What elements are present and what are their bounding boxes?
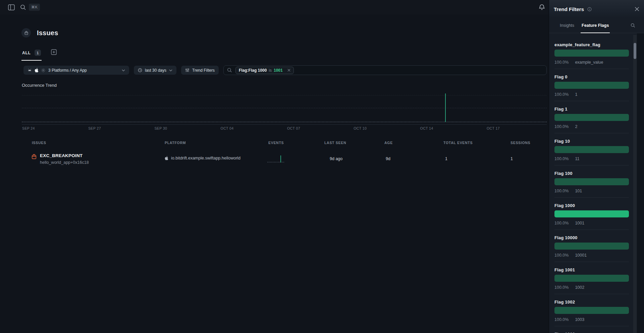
flag-percent: 100.0% (554, 92, 569, 97)
chart-x-label: OCT 17 (487, 126, 500, 130)
flag-name: Flag 0 (554, 75, 629, 79)
chart-x-label: OCT 07 (287, 126, 300, 130)
flag-bar[interactable] (554, 275, 629, 282)
add-view-button[interactable] (51, 49, 57, 55)
flag-item[interactable]: Flag 10 100.0% 11 (554, 139, 629, 165)
date-range-dropdown[interactable]: last 30 days (134, 66, 176, 75)
flag-bar[interactable] (554, 178, 629, 185)
flag-bar[interactable] (554, 243, 629, 250)
issue-name[interactable]: EXC_BREAKPOINT (40, 153, 83, 158)
notifications-bell-icon[interactable] (539, 4, 545, 11)
plus-square-icon (51, 49, 57, 55)
col-header-platform[interactable]: PLATFORM (165, 141, 186, 145)
panel-header: Trend Filters (549, 0, 644, 18)
flag-meta: 100.0% 11 (554, 157, 629, 161)
flag-name: Flag 100 (554, 171, 629, 176)
flag-item[interactable]: Flag 1001 100.0% 1002 (554, 268, 629, 294)
gear-icon (41, 68, 46, 73)
flag-value: 10001 (575, 253, 587, 258)
chart-gridline-mid (22, 108, 547, 108)
flag-name: Flag 1002 (554, 300, 629, 304)
chart-gridline-bottom (22, 122, 547, 122)
flag-bar[interactable] (554, 146, 629, 153)
flag-meta: 100.0% 1002 (554, 285, 629, 290)
trend-filters-panel: Trend Filters Insights Feature Flags exa… (549, 0, 644, 333)
trend-filters-button[interactable]: Trend Filters (181, 66, 219, 75)
filter-chip-flag-1000[interactable]: Flag:Flag 1000 is 1001 (235, 67, 294, 74)
flag-value: 2 (575, 125, 577, 129)
tab-feature-flags[interactable]: Feature Flags (582, 18, 609, 33)
flag-value: 1002 (575, 285, 584, 290)
chevron-down-icon (169, 69, 172, 71)
col-header-events[interactable]: EVENTS (268, 141, 284, 145)
panel-title: Trend Filters (554, 6, 584, 12)
info-icon[interactable] (587, 7, 592, 11)
flag-name: Flag 10 (554, 139, 629, 143)
chip-field: Flag:Flag 1000 (239, 68, 267, 73)
col-header-age[interactable]: AGE (384, 141, 393, 145)
flag-meta: 100.0% 101 (554, 189, 629, 193)
flag-bar[interactable] (554, 114, 629, 121)
panel-scrollbar[interactable] (633, 35, 637, 333)
tab-insights[interactable]: Insights (560, 18, 574, 33)
close-icon[interactable] (635, 7, 639, 11)
chip-value: 1001 (274, 68, 283, 73)
sessions-value: 1 (511, 156, 513, 161)
command-k-shortcut[interactable]: ⌘K (29, 4, 40, 11)
sliders-icon (185, 68, 190, 72)
sparkline-baseline (267, 162, 284, 162)
platforms-dropdown[interactable]: 3 Platforms / Any App (23, 66, 129, 75)
flag-meta: 100.0% 1001 (554, 221, 629, 225)
chip-operator: is (269, 68, 272, 73)
flag-bar[interactable] (554, 82, 629, 89)
flag-bar[interactable] (554, 50, 629, 57)
col-header-last-seen[interactable]: LAST SEEN (324, 141, 346, 145)
col-header-total-events[interactable]: TOTAL EVENTS (443, 141, 473, 145)
col-header-sessions[interactable]: SESSIONS (511, 141, 530, 145)
chart-gridline-top (22, 95, 547, 95)
chart-x-label: SEP 30 (154, 126, 167, 130)
flag-item[interactable]: Flag 1002 100.0% 1003 (554, 300, 629, 326)
chip-remove-icon[interactable] (287, 69, 290, 72)
flag-item[interactable]: Flag 100 100.0% 101 (554, 171, 629, 198)
page-title: Issues (37, 29, 58, 37)
flag-item[interactable]: Flag 1000 100.0% 1001 (554, 203, 629, 230)
sparkline-event-tick (280, 155, 281, 162)
flag-item[interactable]: example_feature_flag 100.0% example_valu… (554, 43, 629, 69)
crash-jar-icon (31, 154, 37, 159)
search-icon[interactable] (20, 4, 26, 10)
age-value: 9d (386, 156, 390, 161)
tab-all[interactable]: ALL 1 (21, 49, 42, 61)
flag-bar[interactable] (554, 307, 629, 314)
search-icon (227, 68, 232, 73)
flag-name: Flag 1001 (554, 268, 629, 272)
apple-icon (164, 156, 168, 160)
flag-percent: 100.0% (554, 189, 569, 193)
flag-percent: 100.0% (554, 221, 569, 225)
flag-percent: 100.0% (554, 60, 569, 65)
android-icon (28, 68, 32, 72)
chart-baseline (22, 124, 547, 125)
flag-item[interactable]: Flag 10000 100.0% 10001 (554, 236, 629, 262)
chart-event-marker[interactable] (445, 93, 446, 122)
panel-search-icon[interactable] (631, 23, 635, 28)
flag-value: 1 (575, 92, 577, 97)
platforms-label: 3 Platforms / Any App (48, 68, 87, 73)
flag-value: example_value (575, 60, 603, 65)
table-row[interactable]: EXC_BREAKPOINT hello_world_app+0x16c18 i… (0, 151, 549, 168)
issues-search-input[interactable]: Flag:Flag 1000 is 1001 (223, 65, 547, 75)
sidebar-toggle-icon[interactable] (8, 4, 15, 10)
flag-item[interactable]: Flag 0 100.0% 1 (554, 75, 629, 101)
scrollbar-thumb[interactable] (634, 43, 636, 59)
flag-item[interactable]: Flag 1 100.0% 2 (554, 107, 629, 133)
clock-icon (138, 68, 142, 72)
feature-flag-list[interactable]: example_feature_flag 100.0% example_valu… (549, 33, 634, 333)
platform-icons (28, 68, 46, 73)
flag-bar[interactable] (554, 210, 629, 217)
flag-value: 11 (575, 157, 579, 161)
chart-x-label: OCT 04 (221, 126, 234, 130)
flag-meta: 100.0% 1 (554, 92, 629, 97)
chart-x-label: SEP 24 (22, 126, 35, 130)
col-header-issues[interactable]: ISSUES (32, 141, 46, 145)
flag-meta: 100.0% 10001 (554, 253, 629, 258)
